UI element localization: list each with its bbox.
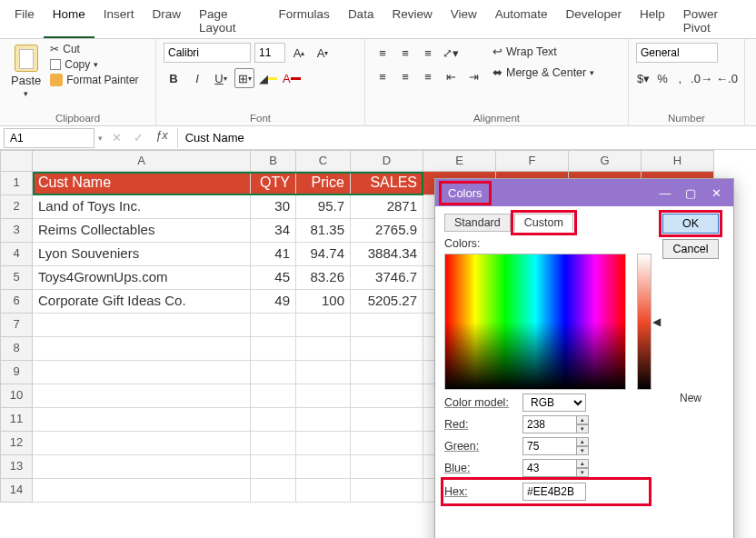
cell-A14[interactable] <box>33 479 251 503</box>
cell-B9[interactable] <box>251 361 296 384</box>
cell-B1[interactable]: QTY <box>251 172 296 195</box>
cell-B4[interactable]: 41 <box>251 243 296 266</box>
cell-A6[interactable]: Corporate Gift Ideas Co. <box>33 290 251 314</box>
col-header-E[interactable]: E <box>423 150 496 172</box>
row-header-5[interactable]: 5 <box>0 266 33 290</box>
cell-D11[interactable] <box>351 408 423 432</box>
align-top-button[interactable]: ≡ <box>373 43 393 63</box>
cell-A9[interactable] <box>33 361 251 384</box>
tab-automate[interactable]: Automate <box>486 4 557 38</box>
font-color-button[interactable]: A <box>282 68 302 88</box>
col-header-D[interactable]: D <box>351 150 423 172</box>
cell-B5[interactable]: 45 <box>251 266 296 290</box>
cell-A2[interactable]: Land of Toys Inc. <box>33 195 251 219</box>
row-header-13[interactable]: 13 <box>0 455 33 479</box>
borders-button[interactable]: ⊞▾ <box>234 68 254 88</box>
underline-button[interactable]: U▾ <box>211 68 231 88</box>
cell-C2[interactable]: 95.7 <box>296 195 351 219</box>
tab-help[interactable]: Help <box>631 4 674 38</box>
cell-D2[interactable]: 2871 <box>351 195 423 219</box>
cell-A7[interactable] <box>33 314 251 337</box>
blue-input[interactable] <box>522 459 577 477</box>
indent-increase-button[interactable]: ⇥ <box>463 66 483 86</box>
tab-developer[interactable]: Developer <box>557 4 632 38</box>
align-right-button[interactable]: ≡ <box>418 66 438 86</box>
row-header-3[interactable]: 3 <box>0 219 33 243</box>
cell-A10[interactable] <box>33 384 251 408</box>
cell-B10[interactable] <box>251 384 296 408</box>
cell-B6[interactable]: 49 <box>251 290 296 314</box>
chevron-down-icon[interactable]: ▾ <box>98 134 106 143</box>
color-model-select[interactable]: RGB <box>522 394 586 412</box>
cell-C4[interactable]: 94.74 <box>296 243 351 266</box>
cell-A5[interactable]: Toys4GrownUps.com <box>33 266 251 290</box>
cell-B14[interactable] <box>251 479 296 503</box>
cell-A3[interactable]: Reims Collectables <box>33 219 251 243</box>
tab-page-layout[interactable]: Page Layout <box>190 4 270 38</box>
cell-C7[interactable] <box>296 314 351 337</box>
tab-formulas[interactable]: Formulas <box>270 4 339 38</box>
maximize-icon[interactable]: ▢ <box>681 183 701 203</box>
wrap-text-button[interactable]: ↩Wrap Text <box>489 43 598 60</box>
row-header-10[interactable]: 10 <box>0 384 33 408</box>
align-bottom-button[interactable]: ≡ <box>418 43 438 63</box>
cancel-formula-button[interactable]: ✕ <box>106 128 126 148</box>
decrease-font-button[interactable]: A▾ <box>313 43 333 63</box>
cell-D10[interactable] <box>351 384 423 408</box>
spin-up[interactable]: ▴ <box>576 437 589 446</box>
select-all-corner[interactable] <box>0 150 33 172</box>
cell-B3[interactable]: 34 <box>251 219 296 243</box>
cell-B11[interactable] <box>251 408 296 432</box>
spin-up[interactable]: ▴ <box>576 415 589 424</box>
luminance-slider[interactable] <box>637 254 652 390</box>
cell-A1[interactable]: Cust Name <box>33 172 251 195</box>
fill-color-button[interactable]: ◢ <box>258 68 278 88</box>
tab-file[interactable]: File <box>5 4 44 38</box>
minimize-icon[interactable]: — <box>655 183 675 203</box>
cut-button[interactable]: ✂Cut <box>50 43 138 55</box>
row-header-11[interactable]: 11 <box>0 408 33 432</box>
row-header-9[interactable]: 9 <box>0 361 33 384</box>
align-center-button[interactable]: ≡ <box>395 66 415 86</box>
tab-custom[interactable]: Custom <box>514 214 573 232</box>
row-header-14[interactable]: 14 <box>0 479 33 503</box>
fx-icon[interactable]: ƒx <box>150 128 174 148</box>
cell-D12[interactable] <box>351 432 423 455</box>
indent-decrease-button[interactable]: ⇤ <box>441 66 461 86</box>
cell-A12[interactable] <box>33 432 251 455</box>
percent-button[interactable]: % <box>656 68 669 88</box>
comma-button[interactable]: , <box>674 68 686 88</box>
red-input[interactable] <box>522 415 577 433</box>
spin-down[interactable]: ▾ <box>576 446 589 455</box>
cell-D4[interactable]: 3884.34 <box>351 243 423 266</box>
tab-view[interactable]: View <box>442 4 486 38</box>
cell-C1[interactable]: Price <box>296 172 351 195</box>
col-header-G[interactable]: G <box>569 150 642 172</box>
cell-B2[interactable]: 30 <box>251 195 296 219</box>
slider-thumb-icon[interactable]: ◀ <box>652 315 661 328</box>
enter-formula-button[interactable]: ✓ <box>128 128 148 148</box>
close-icon[interactable]: ✕ <box>706 183 726 203</box>
color-picker[interactable] <box>444 254 626 390</box>
cell-D6[interactable]: 5205.27 <box>351 290 423 314</box>
tab-data[interactable]: Data <box>339 4 383 38</box>
cell-D3[interactable]: 2765.9 <box>351 219 423 243</box>
currency-button[interactable]: $▾ <box>636 68 651 88</box>
cell-B12[interactable] <box>251 432 296 455</box>
formula-bar[interactable] <box>177 128 756 148</box>
row-header-6[interactable]: 6 <box>0 290 33 314</box>
green-input[interactable] <box>522 437 577 455</box>
tab-home[interactable]: Home <box>44 4 94 38</box>
spin-down[interactable]: ▾ <box>576 424 589 433</box>
cell-B7[interactable] <box>251 314 296 337</box>
cell-C10[interactable] <box>296 384 351 408</box>
col-header-A[interactable]: A <box>33 150 251 172</box>
merge-center-button[interactable]: ⬌Merge & Center▾ <box>489 64 598 81</box>
col-header-H[interactable]: H <box>642 150 714 172</box>
col-header-F[interactable]: F <box>496 150 569 172</box>
ok-button[interactable]: OK <box>662 214 719 234</box>
cell-C8[interactable] <box>296 337 351 361</box>
cell-C3[interactable]: 81.35 <box>296 219 351 243</box>
row-header-8[interactable]: 8 <box>0 337 33 361</box>
spin-up[interactable]: ▴ <box>576 459 589 468</box>
